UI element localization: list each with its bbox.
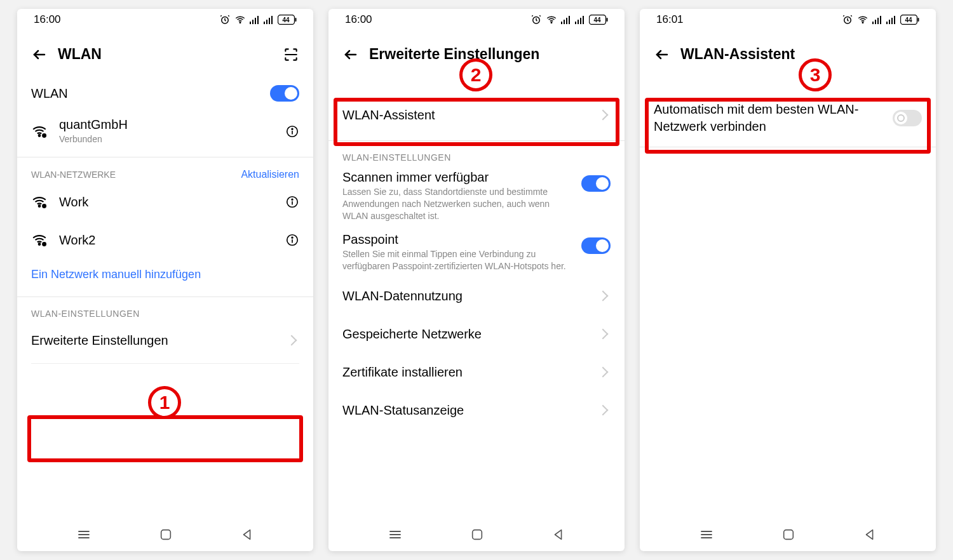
connected-network-row[interactable]: quantGmbH Verbunden [31, 112, 299, 150]
screen-wlan: 16:00 44 WLAN WLAN quantGmbH V [17, 9, 313, 551]
nav-back-icon[interactable] [240, 528, 254, 542]
passpoint-title: Passpoint [342, 232, 574, 247]
svg-text:44: 44 [905, 17, 912, 23]
nav-back-icon[interactable] [863, 528, 877, 542]
signal1-icon [561, 15, 571, 25]
svg-rect-8 [269, 18, 270, 24]
auto-connect-row[interactable]: Automatisch mit dem besten WLAN-Netzwerk… [654, 96, 922, 140]
status-bar: 16:01 44 [640, 9, 936, 30]
svg-rect-32 [578, 20, 579, 24]
svg-rect-34 [583, 16, 584, 24]
back-button[interactable] [654, 46, 670, 63]
network-row[interactable]: Work2 [31, 221, 299, 259]
svg-rect-41 [872, 22, 874, 24]
svg-rect-4 [255, 18, 256, 24]
wifi-status-icon [546, 14, 557, 25]
wifi-secure-icon [31, 194, 48, 210]
connected-sub: Verbunden [59, 133, 128, 145]
install-certs-row[interactable]: Zertifikate installieren [342, 353, 611, 391]
data-usage-row[interactable]: WLAN-Datennutzung [342, 277, 611, 315]
qr-scan-button[interactable] [283, 46, 299, 63]
svg-point-40 [862, 22, 863, 23]
nav-recent-icon[interactable] [76, 527, 91, 542]
auto-connect-toggle[interactable] [893, 110, 922, 126]
wlan-status-row[interactable]: WLAN-Statusanzeige [342, 391, 611, 429]
status-bar: 16:00 44 [328, 9, 625, 30]
scan-toggle[interactable] [581, 175, 611, 192]
svg-rect-11 [295, 18, 297, 22]
svg-rect-5 [257, 16, 259, 24]
wlan-assistant-row[interactable]: WLAN-Assistent [342, 96, 611, 134]
info-icon[interactable] [285, 195, 299, 209]
networks-header: WLAN-NETZWERKE [31, 170, 116, 180]
back-button[interactable] [31, 46, 48, 63]
network-name: Work2 [59, 233, 95, 248]
passpoint-toggle[interactable] [581, 237, 611, 254]
status-icons: 44 [531, 14, 608, 25]
info-icon[interactable] [285, 233, 299, 247]
signal2-icon [264, 15, 274, 25]
nav-bar [640, 518, 936, 551]
svg-point-16 [39, 205, 41, 207]
scan-always-row[interactable]: Scannen immer verfügbar Lassen Sie zu, d… [342, 165, 611, 227]
add-network-link[interactable]: Ein Netzwerk manuell hinzufügen [31, 259, 299, 290]
svg-rect-29 [566, 18, 567, 24]
alarm-icon [219, 14, 231, 25]
svg-point-1 [240, 22, 241, 23]
status-icons: 44 [842, 14, 919, 25]
signal1-icon [872, 15, 882, 25]
screen-advanced: 16:00 44 Erweiterte Einstellungen WLAN-A… [328, 9, 625, 551]
advanced-settings-row[interactable]: Erweiterte Einstellungen [31, 321, 299, 359]
alarm-icon [842, 14, 853, 25]
wlan-assistant-label: WLAN-Assistent [342, 108, 435, 123]
svg-point-12 [39, 135, 41, 137]
appbar: WLAN-Assistent [640, 30, 936, 74]
battery-icon: 44 [900, 15, 919, 25]
page-title: Erweiterte Einstellungen [369, 46, 611, 63]
network-row[interactable]: Work [31, 183, 299, 221]
nav-home-icon[interactable] [470, 528, 484, 542]
screen-assistant: 16:01 44 WLAN-Assistent Automatisch mit … [640, 9, 936, 551]
nav-back-icon[interactable] [551, 528, 565, 542]
wlan-toggle[interactable] [270, 85, 299, 102]
page-title: WLAN-Assistent [680, 46, 922, 63]
install-certs-label: Zertifikate installieren [342, 365, 463, 380]
svg-rect-45 [886, 22, 888, 24]
nav-recent-icon[interactable] [388, 527, 403, 542]
chevron-right-icon [287, 335, 297, 346]
wlan-master-toggle-row[interactable]: WLAN [31, 74, 299, 112]
info-icon[interactable] [285, 124, 299, 138]
status-time: 16:00 [345, 13, 372, 26]
svg-rect-48 [894, 16, 895, 24]
alarm-icon [531, 14, 542, 25]
svg-rect-44 [880, 16, 881, 24]
advanced-settings-label: Erweiterte Einstellungen [31, 333, 168, 348]
refresh-link[interactable]: Aktualisieren [241, 169, 299, 180]
svg-rect-52 [784, 530, 794, 540]
signal2-icon [575, 15, 585, 25]
settings-section-header: WLAN-EINSTELLUNGEN [342, 152, 611, 163]
scan-title: Scannen immer verfügbar [342, 170, 574, 185]
nav-recent-icon[interactable] [699, 527, 714, 542]
chevron-right-icon [598, 291, 609, 302]
svg-rect-24 [161, 530, 171, 540]
svg-point-15 [292, 128, 293, 130]
svg-rect-50 [918, 18, 919, 22]
wifi-secure-icon [31, 123, 48, 140]
saved-networks-row[interactable]: Gespeicherte Netzwerke [342, 315, 611, 353]
svg-rect-6 [264, 22, 265, 24]
page-title: WLAN [58, 46, 273, 63]
passpoint-row[interactable]: Passpoint Stellen Sie mit einmal Tippen … [342, 227, 611, 277]
networks-header-row: WLAN-NETZWERKE Aktualisieren [31, 169, 299, 180]
chevron-right-icon [598, 329, 609, 340]
svg-rect-36 [607, 18, 608, 22]
data-usage-label: WLAN-Datennutzung [342, 289, 463, 303]
nav-home-icon[interactable] [159, 528, 173, 542]
chevron-right-icon [598, 405, 609, 416]
back-button[interactable] [342, 46, 359, 63]
status-bar: 16:00 44 [17, 9, 313, 30]
nav-home-icon[interactable] [781, 528, 795, 542]
wlan-toggle-label: WLAN [31, 86, 68, 101]
svg-rect-27 [561, 22, 562, 24]
svg-point-13 [43, 134, 46, 137]
